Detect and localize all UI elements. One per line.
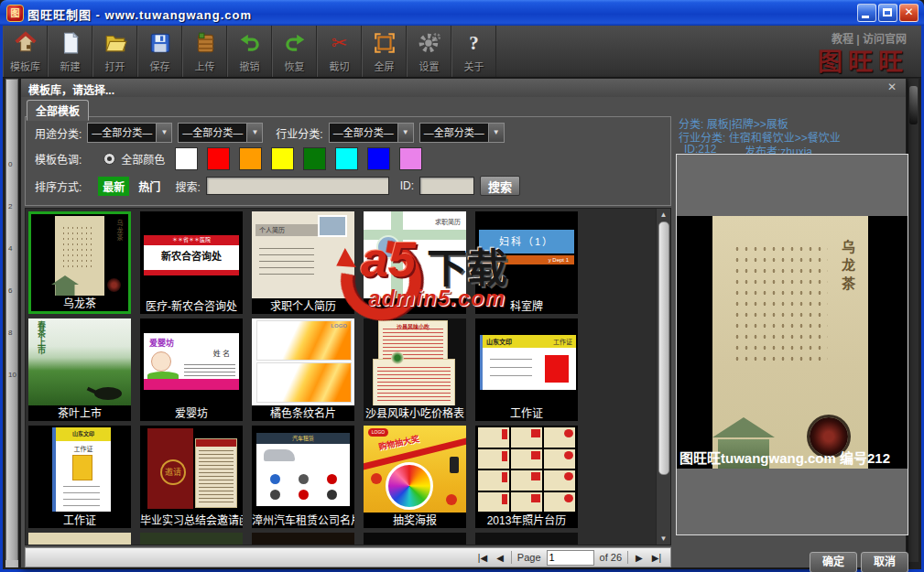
toolbar-button-save[interactable]: 保存 [137,26,182,77]
template-item-invitation[interactable]: 邀请 毕业实习总结会邀请函 [140,426,243,528]
template-item-work-card-vertical[interactable]: 山东文印 工作证 工作证 [28,426,131,528]
sort-hot-button[interactable]: 热门 [135,177,164,196]
toolbar-label: 设置 [419,59,440,73]
dropdown-value: —全部分类— [330,124,397,142]
dialog-close-icon[interactable]: ✕ [887,81,897,93]
page-number-input[interactable] [547,550,594,566]
template-thumbnail: 汽车租赁 [252,426,354,513]
template-item-snack-price-list[interactable]: 沙县风味小吃 沙县风味小吃价格表 [364,318,466,421]
grid-scrollbar[interactable]: ▲ ▼ [656,209,670,545]
template-item-resume-green[interactable]: 求职简历 [364,211,466,314]
prev-page-button[interactable]: ◀ [495,553,505,563]
template-item-oolong-tea[interactable]: 乌龙茶 乌龙茶 [28,211,131,314]
partial-thumbnail [364,533,466,545]
toolbar-button-settings[interactable]: 设置 [407,26,451,77]
template-item-department-sign[interactable]: 妇科（1） y Dept 1 科室牌 [475,211,578,314]
all-colors-label: 全部颜色 [121,151,165,167]
scroll-up-icon[interactable]: ▲ [657,210,670,219]
template-caption: 科室牌 [475,297,578,313]
scroll-down-icon[interactable]: ▼ [657,534,670,543]
ok-button[interactable]: 确定 [810,552,857,572]
maximize-button[interactable] [878,4,897,22]
template-caption: 茶叶上市 [28,405,131,420]
all-colors-radio[interactable] [103,153,115,165]
color-swatch-yellow[interactable] [272,148,293,169]
template-grid: 乌龙茶 乌龙茶 ＊＊省＊＊医院 新农合咨询处 [25,208,671,545]
template-caption: 橘色条纹名片 [252,405,354,420]
chevron-down-icon: ▼ [397,124,413,142]
search-button[interactable]: 搜索 [480,176,520,196]
ruler-number: 0 [8,160,12,168]
redo-arrow-icon [283,29,307,57]
template-caption: 毕业实习总结会邀请函 [140,512,243,527]
toolbar-button-new[interactable]: 新建 [48,26,92,77]
preview-art-title: 乌龙茶 [838,240,857,295]
pagination-divider [627,551,628,564]
dialog-title: 模板库，请选择... [28,81,114,97]
color-swatch-violet[interactable] [400,148,421,169]
filters-panel: 用途分类: —全部分类— ▼ —全部分类— ▼ 行业分类: —全部分类— ▼ —… [25,116,671,206]
toolbar-button-open[interactable]: 打开 [92,26,137,77]
template-thumbnail: 山东文印 工作证 [28,426,131,513]
ruler-number: 10 [8,371,16,379]
usage-category-dropdown-2[interactable]: —全部分类— ▼ [178,123,263,143]
template-thumbnail: 爱婴坊 姓 名 [140,318,243,405]
thumb-art-text: LOGO [368,428,388,437]
partial-thumbnail [28,533,131,545]
template-item-baby-shop-card[interactable]: 爱婴坊 姓 名 爱婴坊 [140,318,243,421]
template-thumbnail: 山东文印工作证 [475,318,578,405]
toolbar-button-template-library[interactable]: 模板库 [3,26,48,77]
template-item-work-card[interactable]: 山东文印工作证 工作证 [475,318,578,421]
color-swatch-green[interactable] [304,148,325,169]
toolbar-button-about[interactable]: ? 关于 [451,26,496,77]
toolbar-button-upload[interactable]: 上传 [182,26,227,77]
cancel-button[interactable]: 取消 [861,552,908,572]
color-swatch-blue[interactable] [368,148,389,169]
toolbar-button-redo[interactable]: 恢复 [272,26,317,77]
industry-category-dropdown-2[interactable]: —全部分类— ▼ [419,123,505,143]
color-swatch-white[interactable] [176,148,197,169]
id-input[interactable] [419,177,474,195]
search-label: 搜索: [175,178,200,194]
thumb-art-text: LOGO [331,323,347,329]
template-caption: 沙县风味小吃价格表 [364,405,466,420]
color-swatch-cyan[interactable] [336,148,357,169]
template-item-photo-calendar[interactable]: 2013年照片台历 [475,426,578,528]
next-page-button[interactable]: ▶ [634,553,645,563]
color-swatch-red[interactable] [208,148,229,169]
template-item-tea-launch[interactable]: 春茶上市 茶叶上市 [28,318,131,421]
template-item-lottery-poster[interactable]: LOGO 购物抽大奖 抽奖海报 [364,426,466,528]
industry-category-dropdown-1[interactable]: —全部分类— ▼ [329,123,414,143]
usage-category-dropdown-1[interactable]: —全部分类— ▼ [87,123,172,143]
sort-newest-button[interactable]: 最新 [98,177,129,196]
template-thumbnail: LOGO [252,318,354,405]
pagination-bar: |◀ ◀ Page of 26 ▶ ▶| [25,547,671,567]
template-item-orange-stripe-card[interactable]: LOGO 橘色条纹名片 [252,318,354,421]
toolbar-label: 恢复 [285,59,305,73]
toolbar-button-fullscreen[interactable]: 全屏 [362,26,407,77]
window-title: 图旺旺制图 - www.tuwangwang.com [27,5,252,23]
close-button[interactable] [899,4,919,22]
toolbar-button-cut[interactable]: ✂ 截切 [317,26,362,77]
thumb-art-text: 春茶上市 [36,321,48,354]
color-swatch-orange[interactable] [240,148,261,169]
dialog-header: 模板库，请选择... ✕ [21,79,906,97]
template-item-car-rental-card[interactable]: 汽车租赁 漳州汽车租赁公司名片 [252,426,354,528]
template-item-resume[interactable]: 个人简历 求职个人简历 [252,211,354,314]
toolbar-button-undo[interactable]: 撤销 [227,26,272,77]
tab-all-templates[interactable]: 全部模板 [27,100,89,121]
template-caption: 漳州汽车租赁公司名片 [252,512,354,527]
first-page-button[interactable]: |◀ [476,553,489,563]
template-item-medical-sign[interactable]: ＊＊省＊＊医院 新农合咨询处 医疗-新农合咨询处 [140,211,243,314]
ruler-number: 2 [8,202,12,210]
preview-artwork: 乌龙茶 [712,216,868,469]
thumb-art-text: 工作证 [553,337,572,346]
main-toolbar: 模板库 新建 打开 保存 [3,26,921,78]
toolbar-label: 上传 [195,59,215,73]
scrollbar-thumb[interactable] [658,221,669,475]
minimize-button[interactable] [857,4,876,22]
ruler-number: 4 [8,244,12,253]
partial-thumbnail [140,533,243,545]
search-input[interactable] [206,177,389,195]
last-page-button[interactable]: ▶| [650,553,663,563]
